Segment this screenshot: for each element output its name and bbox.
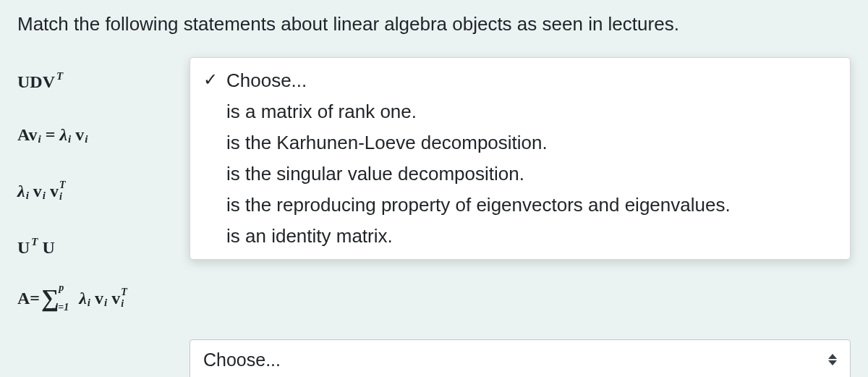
- term-row: Avi = λi vi: [17, 106, 176, 163]
- closed-select-label: Choose...: [203, 350, 281, 370]
- term-udvt: UDVT: [17, 72, 63, 92]
- term-row: A= ∑pi=1 λi vi v Ti: [17, 276, 176, 321]
- term-eigen-equation: Avi = λi vi: [17, 125, 88, 145]
- dropdown-option-kl[interactable]: is the Karhunen-Loeve decomposition.: [190, 127, 850, 158]
- dropdown-option-identity[interactable]: is an identity matrix.: [190, 221, 850, 252]
- term-utu: UT U: [17, 238, 55, 258]
- dropdown-option-choose[interactable]: Choose...: [190, 65, 850, 96]
- select-spinner-icon: [828, 354, 837, 365]
- term-row: λi vi v Ti: [17, 163, 176, 219]
- terms-column: UDVT Avi = λi vi λi vi v Ti: [17, 57, 176, 321]
- dropdown-option-reproducing[interactable]: is the reproducing property of eigenvect…: [190, 190, 850, 221]
- term-row: UDVT: [17, 57, 176, 106]
- term-kl-decomp: A= ∑pi=1 λi vi v Ti: [17, 286, 127, 310]
- question-container: Match the following statements about lin…: [0, 0, 868, 334]
- dropdown-option-svd[interactable]: is the singular value decomposition.: [190, 158, 850, 190]
- term-rank-one: λi vi v Ti: [17, 182, 66, 201]
- dropdown-option-rank-one[interactable]: is a matrix of rank one.: [190, 96, 850, 127]
- matching-area: UDVT Avi = λi vi λi vi v Ti: [17, 57, 851, 321]
- question-prompt: Match the following statements about lin…: [17, 13, 851, 35]
- answers-column: Choose... is a matrix of rank one. is th…: [190, 57, 851, 321]
- closed-select-row5[interactable]: Choose...: [190, 339, 851, 377]
- term-row: UT U: [17, 219, 176, 276]
- dropdown-open-panel[interactable]: Choose... is a matrix of rank one. is th…: [190, 57, 851, 260]
